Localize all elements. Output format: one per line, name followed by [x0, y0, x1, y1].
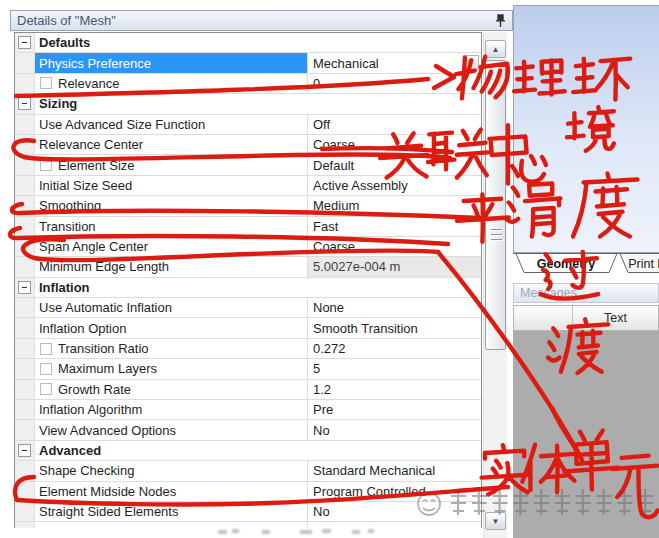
details-row[interactable]: Number of Retries Default (4) ▼ — [15, 522, 481, 528]
row-value-cell[interactable]: 5.0027e-004 m ▼ — [307, 257, 481, 276]
row-value-cell[interactable]: Smooth Transition ▼ — [307, 318, 481, 337]
row-gutter — [15, 502, 35, 521]
row-value: Standard Mechanical — [313, 463, 435, 478]
details-row[interactable]: Span Angle Center Coarse ▼ — [15, 237, 481, 257]
group-label: Advanced — [39, 443, 101, 458]
row-value: Program Controlled — [313, 484, 426, 499]
details-row[interactable]: Growth Rate 1.2 ▼ — [15, 380, 481, 400]
details-group-row[interactable]: Advanced — [15, 441, 481, 461]
row-value-cell[interactable]: Coarse ▼ — [307, 135, 481, 154]
details-row[interactable]: Transition Fast ▼ — [15, 217, 481, 237]
scroll-up-button[interactable]: ▲ — [485, 40, 506, 58]
row-value-cell[interactable]: 0.272 ▼ — [307, 339, 481, 358]
details-rows: Defaults Physics Preference Mechanical ▼… — [15, 33, 481, 528]
details-panel-titlebar[interactable]: Details of "Mesh" — [10, 10, 513, 31]
row-value-cell[interactable]: 0 ▼ — [307, 74, 481, 93]
checkbox[interactable] — [40, 383, 52, 395]
details-row[interactable]: Minimum Edge Length 5.0027e-004 m ▼ — [15, 257, 481, 277]
scroll-down-button[interactable]: ▼ — [485, 512, 506, 530]
graphics-viewport[interactable] — [513, 5, 659, 253]
row-value-cell[interactable]: Default ▼ — [307, 155, 481, 174]
details-row[interactable]: Use Advanced Size Function Off ▼ — [15, 115, 481, 135]
thumb-grip — [491, 229, 502, 230]
checkbox[interactable] — [40, 363, 52, 375]
row-gutter — [15, 53, 35, 72]
details-group-row[interactable]: Sizing — [15, 94, 481, 114]
row-value: Off — [313, 117, 330, 132]
scrollbar-thumb[interactable] — [485, 60, 506, 350]
row-value-cell[interactable]: None ▼ — [307, 298, 481, 317]
messages-col-blank[interactable] — [514, 306, 573, 330]
row-value-cell[interactable]: Active Assembly ▼ — [307, 176, 481, 195]
details-row[interactable]: Relevance 0 ▼ — [15, 74, 481, 94]
row-value-cell[interactable]: 1.2 ▼ — [307, 380, 481, 399]
row-value-cell[interactable]: Fast ▼ — [307, 217, 481, 236]
collapse-icon[interactable] — [18, 97, 31, 110]
row-value-cell[interactable]: 5 ▼ — [307, 359, 481, 378]
details-row[interactable]: Inflation Algorithm Pre ▼ — [15, 400, 481, 420]
view-tabs: Geometry Print Preview — [513, 253, 659, 274]
row-gutter — [15, 33, 35, 52]
row-label: Span Angle Center — [39, 239, 148, 254]
details-row[interactable]: Use Automatic Inflation None ▼ — [15, 298, 481, 318]
details-row[interactable]: Relevance Center Coarse ▼ — [15, 135, 481, 155]
collapse-icon[interactable] — [18, 281, 31, 294]
row-gutter — [15, 155, 35, 174]
row-value: 5.0027e-004 m — [313, 259, 400, 274]
details-panel-title: Details of "Mesh" — [17, 13, 116, 28]
row-label: Minimum Edge Length — [39, 259, 169, 274]
row-value: Medium — [313, 198, 359, 213]
messages-col-text[interactable]: Text — [573, 306, 658, 330]
details-row[interactable]: Physics Preference Mechanical ▼ — [15, 53, 481, 73]
details-group-row[interactable]: Inflation — [15, 278, 481, 298]
row-value: Fast — [313, 219, 338, 234]
details-group-row[interactable]: Defaults — [15, 33, 481, 53]
dropdown-button[interactable]: ▼ — [463, 55, 479, 70]
collapse-icon[interactable] — [18, 36, 31, 49]
row-label: Number of Retries — [39, 525, 144, 528]
row-value-cell[interactable]: No ▼ — [307, 502, 481, 521]
row-gutter — [15, 420, 35, 439]
row-label: Maximum Layers — [58, 361, 157, 376]
row-value-cell[interactable]: No ▼ — [307, 420, 481, 439]
details-row[interactable]: Maximum Layers 5 ▼ — [15, 359, 481, 379]
tab-geometry-label: Geometry — [537, 257, 595, 271]
row-label: Element Size — [58, 158, 135, 173]
pin-icon[interactable] — [494, 14, 507, 29]
row-value: 1.2 — [313, 382, 331, 397]
row-value-cell[interactable]: Program Controlled ▼ — [307, 482, 481, 501]
row-value-cell[interactable]: Standard Mechanical ▼ — [307, 461, 481, 480]
row-value-cell[interactable]: Default (4) ▼ — [307, 522, 481, 528]
details-row[interactable]: Inflation Option Smooth Transition ▼ — [15, 318, 481, 338]
row-gutter — [15, 237, 35, 256]
row-value-cell[interactable]: Mechanical ▼ — [307, 53, 481, 72]
row-value-cell[interactable]: Pre ▼ — [307, 400, 481, 419]
details-scrollbar[interactable]: ▲ ▼ — [483, 32, 507, 538]
row-label: Element Midside Nodes — [39, 484, 176, 499]
row-gutter — [15, 298, 35, 317]
collapse-icon[interactable] — [18, 444, 31, 457]
checkbox[interactable] — [40, 159, 52, 171]
checkbox[interactable] — [40, 77, 52, 89]
details-row[interactable]: Element Midside Nodes Program Controlled… — [15, 482, 481, 502]
row-value: Mechanical — [313, 56, 379, 71]
row-gutter — [15, 482, 35, 501]
checkbox[interactable] — [40, 343, 52, 355]
details-row[interactable]: Shape Checking Standard Mechanical ▼ — [15, 461, 481, 481]
details-row[interactable]: Element Size Default ▼ — [15, 155, 481, 175]
group-label: Sizing — [39, 96, 77, 111]
row-value-cell[interactable]: Off ▼ — [307, 115, 481, 134]
details-row[interactable]: Initial Size Seed Active Assembly ▼ — [15, 176, 481, 196]
row-gutter — [15, 74, 35, 93]
row-gutter — [15, 217, 35, 236]
row-value-cell[interactable]: Coarse ▼ — [307, 237, 481, 256]
row-value-cell[interactable]: Medium ▼ — [307, 196, 481, 215]
thumb-grip — [491, 234, 502, 235]
row-gutter — [15, 461, 35, 480]
details-row[interactable]: Transition Ratio 0.272 ▼ — [15, 339, 481, 359]
row-gutter — [15, 400, 35, 419]
row-value: Smooth Transition — [313, 321, 418, 336]
details-row[interactable]: Straight Sided Elements No ▼ — [15, 502, 481, 522]
details-row[interactable]: Smoothing Medium ▼ — [15, 196, 481, 216]
details-row[interactable]: View Advanced Options No ▼ — [15, 420, 481, 440]
